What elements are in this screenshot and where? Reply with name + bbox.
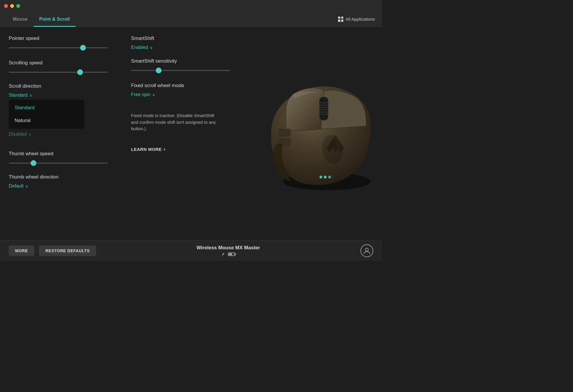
scroll-direction-label: Scroll direction: [9, 83, 131, 89]
pointer-speed-label: Pointer speed: [9, 36, 131, 41]
all-applications-button[interactable]: All Applications: [338, 17, 375, 22]
fixed-mode-note: Fixed mode is inactive. (Disable SmartSh…: [131, 112, 218, 132]
pointer-speed-section: Pointer speed: [9, 36, 131, 51]
right-column: SmartShift Enabled SmartShift sensitivit…: [131, 36, 373, 234]
title-bar: [0, 0, 382, 12]
thumb-wheel-direction-dropdown[interactable]: Default: [9, 183, 131, 189]
scrolling-speed-section: Scrolling speed: [9, 60, 131, 75]
fixed-scroll-wheel-section: Fixed scroll wheel mode Free spin: [131, 83, 253, 97]
scrolling-speed-thumb[interactable]: [77, 69, 83, 75]
smartshift-sensitivity-slider[interactable]: [131, 68, 230, 73]
restore-defaults-button[interactable]: RESTORE DEFAULTS: [39, 246, 96, 256]
battery-icon: [228, 252, 235, 256]
fixed-scroll-wheel-dropdown[interactable]: Free spin: [131, 92, 253, 97]
chevron-down-icon: [25, 183, 28, 189]
scrolling-speed-label: Scrolling speed: [9, 60, 131, 66]
right-settings: SmartShift Enabled SmartShift sensitivit…: [131, 36, 253, 234]
tab-point-scroll[interactable]: Point & Scroll: [33, 12, 76, 27]
svg-point-13: [333, 176, 335, 179]
smartshift-speed-dropdown[interactable]: Disabled: [9, 132, 131, 137]
close-button[interactable]: [4, 4, 8, 8]
smartshift-sensitivity-label: SmartShift sensitivity: [131, 58, 253, 64]
smartshift-dropdown[interactable]: Enabled: [131, 45, 253, 50]
pointer-speed-slider[interactable]: [9, 45, 108, 51]
chevron-down-icon: [152, 92, 155, 97]
svg-point-10: [319, 176, 322, 179]
scroll-direction-section: Scroll direction Standard Standard Natur…: [9, 83, 131, 129]
traffic-lights: [4, 4, 20, 8]
svg-point-15: [365, 248, 368, 251]
tab-bar: Mouse Point & Scroll All Applications: [0, 12, 382, 27]
slider-track: [131, 70, 230, 71]
svg-point-12: [328, 176, 331, 179]
fixed-scroll-wheel-label: Fixed scroll wheel mode: [131, 83, 253, 89]
device-info: Wireless Mouse MX Master ✗: [197, 245, 260, 257]
grid-icon: [338, 17, 343, 22]
pointer-speed-thumb[interactable]: [80, 45, 86, 51]
smartshift-label: SmartShift: [131, 36, 253, 41]
device-icons: ✗: [222, 252, 235, 257]
svg-rect-8: [279, 129, 290, 136]
chevron-down-icon: [29, 132, 31, 137]
thumb-wheel-speed-slider[interactable]: [9, 160, 108, 166]
svg-point-11: [324, 176, 327, 179]
slider-track: [9, 163, 108, 164]
profile-icon[interactable]: [360, 244, 373, 257]
scroll-direction-dropdown[interactable]: Standard: [9, 93, 131, 98]
thumb-wheel-speed-label: Thumb wheel speed: [9, 151, 131, 157]
svg-rect-1: [319, 97, 328, 120]
maximize-button[interactable]: [16, 4, 20, 8]
battery-fill: [229, 253, 232, 255]
more-button[interactable]: MORE: [9, 246, 34, 256]
bluetooth-icon: ✗: [222, 252, 225, 257]
mouse-illustration: [263, 77, 373, 193]
thumb-wheel-speed-section: Thumb wheel speed: [9, 151, 131, 166]
tab-mouse[interactable]: Mouse: [7, 12, 33, 27]
mouse-image-area: [253, 36, 373, 234]
slider-track: [9, 47, 108, 48]
device-name: Wireless Mouse MX Master: [197, 245, 260, 251]
chevron-up-icon: [29, 93, 32, 98]
left-column: Pointer speed Scrolling speed Scroll dir…: [9, 36, 131, 234]
fixed-mode-note-section: Fixed mode is inactive. (Disable SmartSh…: [131, 110, 253, 132]
dropdown-item-natural[interactable]: Natural: [9, 114, 84, 127]
smartshift-speed-section: Disabled: [9, 132, 131, 137]
smartshift-sensitivity-section: SmartShift sensitivity: [131, 58, 253, 73]
thumb-wheel-direction-label: Thumb wheel direction: [9, 174, 131, 180]
learn-more-link[interactable]: LEARN MORE ›: [131, 146, 253, 152]
thumb-wheel-direction-section: Thumb wheel direction Default: [9, 174, 131, 189]
person-icon: [363, 247, 371, 255]
smartshift-sensitivity-thumb[interactable]: [156, 68, 162, 73]
bottom-bar: MORE RESTORE DEFAULTS Wireless Mouse MX …: [0, 240, 382, 261]
chevron-down-icon: [150, 45, 153, 50]
minimize-button[interactable]: [10, 4, 14, 8]
arrow-right-icon: ›: [164, 146, 166, 152]
bottom-buttons: MORE RESTORE DEFAULTS: [9, 246, 96, 256]
scroll-direction-menu: Standard Natural: [9, 100, 84, 129]
scrolling-speed-slider[interactable]: [9, 69, 108, 75]
dropdown-item-standard[interactable]: Standard: [9, 101, 84, 114]
slider-track: [9, 72, 108, 73]
smartshift-section: SmartShift Enabled: [131, 36, 253, 50]
thumb-wheel-speed-thumb[interactable]: [31, 160, 36, 166]
main-content: Pointer speed Scrolling speed Scroll dir…: [0, 27, 382, 240]
